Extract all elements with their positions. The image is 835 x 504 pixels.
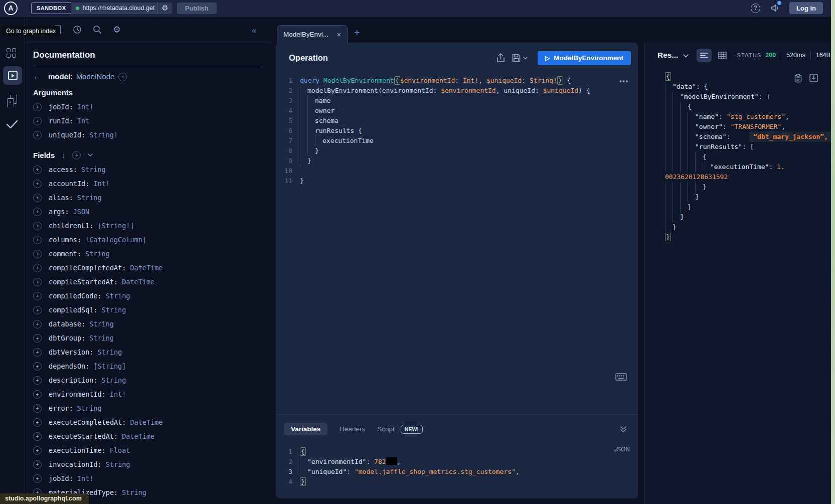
field-type[interactable]: [CatalogColumn] — [85, 236, 146, 244]
query-editor[interactable]: 1query ModelByEnvironment($environmentId… — [276, 74, 638, 414]
field-type[interactable]: Int! — [93, 180, 110, 188]
add-all-fields-button[interactable]: + — [72, 151, 81, 159]
add-to-query-button[interactable]: + — [33, 278, 42, 286]
field-type[interactable]: String — [97, 348, 122, 356]
add-to-query-button[interactable]: + — [33, 432, 42, 441]
field-name[interactable]: uniqueId: — [49, 131, 85, 139]
add-to-query-button[interactable]: + — [33, 292, 42, 300]
editor-menu-icon[interactable]: ••• — [619, 78, 629, 85]
field-type[interactable]: String — [106, 292, 130, 300]
field-name[interactable]: compiledCode: — [49, 292, 102, 300]
raw-view-toggle-icon[interactable] — [697, 49, 712, 62]
checks-icon[interactable] — [6, 119, 19, 130]
new-tab-button[interactable]: + — [354, 27, 360, 39]
add-to-query-button[interactable]: + — [33, 117, 42, 125]
response-chevron-icon[interactable] — [683, 54, 689, 58]
field-name[interactable]: args: — [49, 208, 69, 216]
field-type[interactable]: String! — [89, 131, 118, 139]
field-type[interactable]: String — [85, 250, 110, 258]
field-type[interactable]: Int! — [77, 474, 94, 482]
add-to-query-button[interactable]: + — [33, 306, 42, 314]
field-type[interactable]: Float — [110, 446, 130, 454]
add-to-query-button[interactable]: + — [33, 474, 42, 483]
publish-button[interactable]: Publish — [177, 3, 217, 14]
field-name[interactable]: description: — [49, 376, 98, 384]
field-type[interactable]: Int! — [77, 103, 94, 111]
add-to-query-button[interactable]: + — [33, 222, 42, 230]
field-type[interactable]: String — [102, 306, 126, 314]
field-type[interactable]: String — [106, 460, 130, 468]
field-type[interactable]: Int! — [110, 390, 126, 398]
field-name[interactable]: dbtGroup: — [49, 334, 85, 342]
copy-response-icon[interactable] — [794, 74, 802, 83]
field-name[interactable]: dbtVersion: — [49, 348, 93, 356]
sort-fields-icon[interactable]: ↓ — [62, 151, 65, 159]
field-name[interactable]: columns: — [49, 236, 81, 244]
field-name[interactable]: jobId: — [49, 103, 73, 111]
field-name[interactable]: runId: — [49, 117, 73, 125]
field-name[interactable]: accountId: — [49, 180, 89, 188]
add-to-query-button[interactable]: + — [33, 208, 42, 216]
doc-type-name[interactable]: ModelNode — [76, 72, 115, 81]
field-name[interactable]: alias: — [49, 194, 73, 202]
add-to-query-button[interactable]: + — [33, 236, 42, 244]
run-operation-button[interactable]: ▷ ModelByEnvironment — [538, 51, 631, 65]
add-to-query-button[interactable]: + — [33, 334, 42, 343]
field-type[interactable]: String — [122, 488, 146, 496]
field-name[interactable]: access: — [49, 165, 77, 174]
field-type[interactable]: String — [77, 404, 102, 412]
add-to-query-button[interactable]: + — [33, 180, 42, 188]
field-name[interactable]: comment: — [49, 250, 81, 258]
add-to-query-button[interactable]: + — [33, 103, 42, 111]
help-icon[interactable]: ? — [751, 4, 760, 13]
collapse-panel-double-chevron-icon[interactable] — [620, 426, 629, 433]
save-operation-control[interactable] — [512, 54, 528, 62]
field-name[interactable]: dependsOn: — [49, 362, 89, 370]
settings-gear-icon[interactable]: ⚙ — [113, 24, 121, 35]
operation-collections-icon[interactable]: ± — [7, 95, 17, 107]
login-button[interactable]: Log in — [789, 2, 823, 14]
field-name[interactable]: jobId: — [49, 474, 73, 482]
add-to-query-button[interactable]: + — [33, 348, 42, 357]
field-name[interactable]: executeCompletedAt: — [49, 418, 126, 426]
add-to-query-button[interactable]: + — [33, 404, 42, 413]
add-to-query-button[interactable]: + — [33, 376, 42, 385]
chevron-down-icon[interactable] — [88, 153, 93, 157]
add-type-button[interactable]: + — [118, 73, 127, 81]
field-type[interactable]: DateTime — [122, 278, 154, 286]
history-icon[interactable] — [73, 25, 82, 34]
field-name[interactable]: error: — [49, 404, 73, 412]
add-to-query-button[interactable]: + — [33, 194, 42, 202]
add-to-query-button[interactable]: + — [33, 131, 42, 139]
field-type[interactable]: String — [89, 320, 114, 328]
add-to-query-button[interactable]: + — [33, 362, 42, 371]
back-arrow-icon[interactable]: ← — [33, 72, 44, 81]
table-view-toggle-icon[interactable] — [716, 49, 729, 62]
field-name[interactable]: environmentId: — [49, 390, 106, 398]
endpoint-url-input[interactable]: https://metadata.cloud.get ⚙ — [71, 3, 172, 14]
variables-editor[interactable]: JSON 1{2"environmentId": 782,3"uniqueId"… — [276, 443, 638, 498]
response-dropdown[interactable]: Res... — [657, 51, 678, 60]
field-type[interactable]: String — [102, 376, 126, 384]
connection-settings-gear-icon[interactable]: ⚙ — [157, 3, 172, 14]
add-to-query-button[interactable]: + — [33, 460, 42, 469]
field-type[interactable]: Int — [77, 117, 89, 125]
graph-index-icon[interactable] — [7, 48, 16, 58]
add-to-query-button[interactable]: + — [33, 165, 42, 174]
field-type[interactable]: DateTime — [130, 264, 162, 272]
keyboard-shortcuts-icon[interactable] — [615, 373, 627, 381]
field-type[interactable]: String — [81, 165, 106, 174]
add-to-query-button[interactable]: + — [33, 390, 42, 399]
field-name[interactable]: executionTime: — [49, 446, 106, 454]
sidebar-item-explorer[interactable] — [3, 66, 22, 85]
collapse-sidebar-icon[interactable]: « — [252, 26, 256, 36]
apollo-logo[interactable]: A — [4, 2, 18, 15]
field-type[interactable]: DateTime — [122, 432, 154, 440]
add-to-query-button[interactable]: + — [33, 320, 42, 328]
field-name[interactable]: executeStartedAt: — [49, 432, 118, 440]
close-tab-icon[interactable]: × — [337, 30, 341, 39]
tab-modelbyenvironment[interactable]: ModelByEnvi... × — [277, 25, 348, 43]
field-name[interactable]: invocationId: — [49, 460, 102, 468]
field-name[interactable]: database: — [49, 320, 85, 328]
field-type[interactable]: String — [77, 194, 102, 202]
